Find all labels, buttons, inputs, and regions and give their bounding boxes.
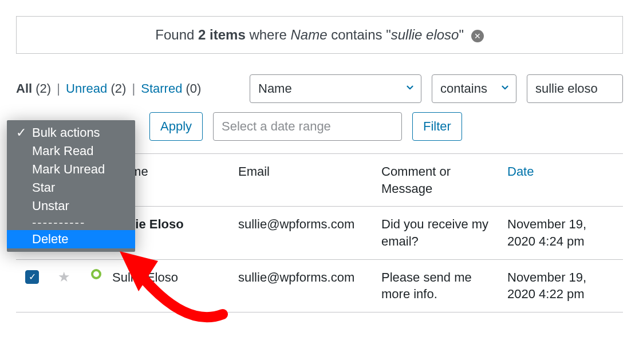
row-checkbox[interactable]: ✓ <box>16 269 48 284</box>
row-comment: Did you receive my email? <box>381 216 507 250</box>
filter-field-value: Name <box>258 81 292 96</box>
banner-mid: where <box>246 27 291 42</box>
view-tabs: All (2) | Unread (2) | Starred (0) <box>16 81 201 96</box>
view-unread[interactable]: Unread <box>66 81 107 96</box>
view-starred[interactable]: Starred <box>141 81 182 96</box>
filter-field-select[interactable]: Name <box>250 74 421 103</box>
date-range-input[interactable]: Select a date range <box>213 112 402 141</box>
view-sep: | <box>54 81 62 96</box>
col-email: Email <box>238 163 381 180</box>
chevron-down-icon <box>405 81 415 96</box>
row-email: sullie@wpforms.com <box>238 269 381 286</box>
row-name: Sullie Eloso <box>112 269 238 286</box>
bulk-separator: ---------- <box>7 215 135 230</box>
bulk-item-mark-unread[interactable]: Mark Unread <box>7 160 135 179</box>
filter-button[interactable]: Filter <box>412 112 462 141</box>
banner-prefix: Found <box>155 27 198 42</box>
view-starred-count: (0) <box>186 81 202 96</box>
view-all-count: (2) <box>36 81 51 96</box>
row-email: sullie@wpforms.com <box>238 216 381 233</box>
date-range-placeholder: Select a date range <box>222 119 331 134</box>
table-row[interactable]: ✓ ★ Sullie Eloso sullie@wpforms.com Plea… <box>16 260 623 312</box>
view-sep: | <box>129 81 137 96</box>
banner-suffix: " <box>459 27 464 42</box>
bulk-item-star[interactable]: Star <box>7 179 135 197</box>
row-star[interactable]: ★ <box>48 269 80 285</box>
filter-label: Filter <box>423 119 451 134</box>
bulk-item-bulk-actions[interactable]: Bulk actions <box>7 124 135 142</box>
col-comment: Comment or Message <box>381 163 507 197</box>
filter-operator-select[interactable]: contains <box>432 74 516 103</box>
search-result-banner: Found 2 items where Name contains "sulli… <box>16 16 623 54</box>
banner-count: 2 items <box>198 27 246 42</box>
row-date: November 19, 2020 4:22 pm <box>507 269 622 303</box>
apply-label: Apply <box>160 119 192 134</box>
row-comment: Please send me more info. <box>381 269 507 303</box>
col-date[interactable]: Date <box>507 163 622 180</box>
filter-row: All (2) | Unread (2) | Starred (0) Name … <box>16 74 623 103</box>
banner-query: sullie eloso <box>391 27 459 42</box>
row-unread-indicator <box>80 269 112 279</box>
apply-button[interactable]: Apply <box>149 112 203 141</box>
bulk-item-unstar[interactable]: Unstar <box>7 197 135 215</box>
banner-field: Name <box>290 27 327 42</box>
filter-operator-value: contains <box>440 81 487 96</box>
chevron-down-icon <box>500 81 510 96</box>
filter-value-input[interactable]: sullie eloso <box>527 74 623 103</box>
view-all[interactable]: All <box>16 81 32 96</box>
banner-mid2: contains " <box>327 27 391 42</box>
filter-value-text: sullie eloso <box>535 81 598 96</box>
view-unread-count: (2) <box>111 81 126 96</box>
clear-search-icon[interactable]: ✕ <box>471 30 484 42</box>
bulk-item-delete[interactable]: Delete <box>7 230 135 248</box>
bulk-actions-dropdown[interactable]: Bulk actions Mark Read Mark Unread Star … <box>7 120 135 252</box>
row-date: November 19, 2020 4:24 pm <box>507 216 622 250</box>
bulk-item-mark-read[interactable]: Mark Read <box>7 142 135 160</box>
